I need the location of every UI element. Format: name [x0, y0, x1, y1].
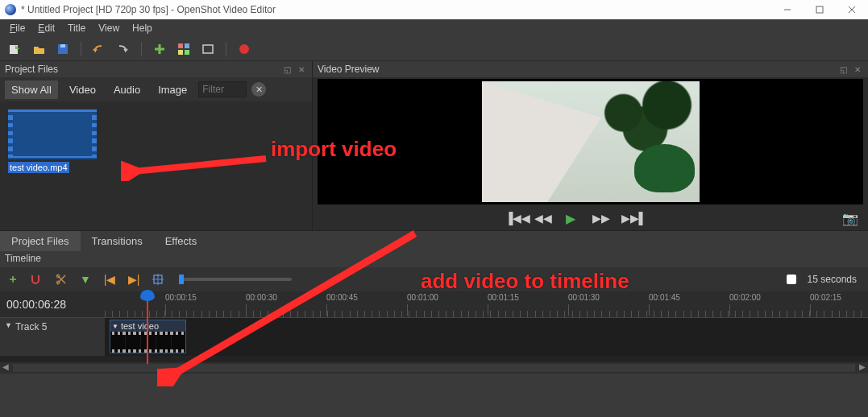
fast-forward-icon[interactable]: ▶▶	[592, 212, 607, 225]
tick-label: 00:01:45	[649, 293, 680, 302]
svg-rect-7	[60, 44, 65, 47]
minimize-button[interactable]	[771, 0, 804, 19]
snap-icon[interactable]	[29, 271, 45, 287]
import-files-icon[interactable]	[152, 41, 168, 57]
tick-label: 00:01:15	[488, 293, 519, 302]
playhead[interactable]	[147, 291, 148, 364]
new-project-icon[interactable]	[6, 41, 23, 57]
play-icon[interactable]: ▶	[563, 211, 578, 226]
panels-row: Project Files ◱ ✕ Show All Video Audio I…	[0, 61, 868, 230]
window-title: * Untitled Project [HD 720p 30 fps] - Op…	[21, 4, 771, 15]
filter-audio[interactable]: Audio	[107, 81, 147, 99]
zoom-slider-handle[interactable]	[179, 275, 184, 284]
next-marker-icon[interactable]: ▶|	[126, 271, 142, 287]
prev-marker-icon[interactable]: |◀	[102, 271, 118, 287]
project-files-panel: Project Files ◱ ✕ Show All Video Audio I…	[0, 61, 313, 230]
track-name: Track 5	[15, 321, 48, 332]
zoom-unit-label: 15 seconds	[808, 274, 857, 285]
menu-help[interactable]: Help	[126, 23, 159, 34]
center-playhead-icon[interactable]	[150, 271, 166, 287]
tick-label: 00:00:30	[246, 293, 277, 302]
maximize-button[interactable]	[804, 0, 836, 19]
project-files-title: Project Files	[5, 64, 58, 75]
timeline-header: Timeline	[0, 251, 868, 267]
tick-label: 00:02:00	[729, 293, 761, 302]
tab-effects[interactable]: Effects	[154, 231, 209, 251]
timeline-ruler[interactable]: 00:00:06:28 00:00:15 00:00:30 00:00:45 0…	[0, 291, 868, 317]
timeline-toolbar: ＋ ▼ |◀ ▶| 15 seconds	[0, 267, 868, 291]
preview-frame	[482, 81, 700, 202]
tab-transitions[interactable]: Transitions	[81, 231, 154, 251]
timeline-title: Timeline	[5, 253, 41, 264]
svg-rect-11	[185, 43, 189, 48]
close-button[interactable]	[836, 0, 868, 19]
scrollbar-track[interactable]	[13, 364, 855, 372]
save-project-icon[interactable]	[55, 41, 71, 57]
tick-label: 00:00:45	[326, 293, 358, 302]
main-toolbar	[0, 37, 868, 61]
project-files-header: Project Files ◱ ✕	[0, 61, 312, 77]
project-files-grid[interactable]: test video.mp4	[0, 101, 312, 230]
svg-point-15	[239, 44, 249, 54]
project-files-filter-row: Show All Video Audio Image ✕	[0, 77, 312, 101]
menu-view[interactable]: View	[92, 23, 126, 34]
rewind-icon[interactable]: ◀◀	[534, 212, 549, 225]
add-marker-icon[interactable]: ▼	[77, 271, 93, 287]
undock-preview-icon[interactable]: ◱	[837, 64, 849, 75]
menu-title[interactable]: Title	[61, 23, 92, 34]
ruler-subticks	[105, 311, 868, 317]
track-body[interactable]: ▼ test video	[105, 318, 868, 356]
file-item[interactable]: test video.mp4	[8, 109, 97, 174]
clear-filter-icon[interactable]: ✕	[251, 82, 266, 97]
chevron-down-icon[interactable]: ▼	[5, 321, 12, 329]
close-preview-icon[interactable]: ✕	[852, 64, 863, 75]
open-project-icon[interactable]	[31, 41, 47, 57]
snapshot-icon[interactable]: 📷	[842, 211, 858, 226]
undo-icon[interactable]	[91, 41, 107, 57]
scroll-right-icon[interactable]: ▶	[857, 362, 868, 374]
tick-label: 00:01:00	[407, 293, 438, 302]
video-preview-viewport	[318, 79, 863, 204]
tracks-area[interactable]: ▼ Track 5 ▼ test video	[0, 317, 868, 362]
tab-project-files[interactable]: Project Files	[0, 231, 81, 251]
filter-video[interactable]: Video	[63, 81, 102, 99]
clip-name: test video	[121, 321, 159, 331]
redo-icon[interactable]	[115, 41, 131, 57]
menu-edit[interactable]: Edit	[31, 23, 61, 34]
zoom-slider[interactable]	[179, 278, 292, 281]
playback-controls: ▐◀◀ ◀◀ ▶ ▶▶ ▶▶▌ 📷	[313, 206, 868, 230]
svg-rect-10	[178, 43, 183, 48]
menubar: File Edit Title View Help	[0, 19, 868, 37]
undock-icon[interactable]: ◱	[281, 64, 293, 75]
filter-show-all[interactable]: Show All	[5, 81, 58, 99]
timeline-body: 00:00:06:28 00:00:15 00:00:30 00:00:45 0…	[0, 291, 868, 362]
razor-icon[interactable]	[53, 271, 69, 287]
left-panel-tabs: Project Files Transitions Effects	[0, 230, 868, 251]
svg-rect-13	[185, 50, 189, 55]
app-icon	[5, 4, 16, 15]
scroll-left-icon[interactable]: ◀	[0, 362, 11, 374]
close-panel-icon[interactable]: ✕	[296, 64, 307, 75]
file-name: test video.mp4	[8, 162, 69, 173]
track-row: ▼ Track 5 ▼ test video	[0, 317, 868, 356]
zoom-unit-checkbox[interactable]	[787, 275, 796, 284]
jump-end-icon[interactable]: ▶▶▌	[621, 212, 636, 225]
chevron-down-icon[interactable]: ▼	[112, 323, 118, 330]
video-preview-title: Video Preview	[318, 64, 380, 75]
titlebar: * Untitled Project [HD 720p 30 fps] - Op…	[0, 0, 868, 19]
tick-label: 00:01:30	[568, 293, 600, 302]
add-track-icon[interactable]: ＋	[5, 271, 21, 287]
choose-profile-icon[interactable]	[176, 41, 192, 57]
video-preview-header: Video Preview ◱ ✕	[313, 61, 868, 77]
fullscreen-icon[interactable]	[200, 41, 216, 57]
jump-start-icon[interactable]: ▐◀◀	[505, 212, 520, 225]
filter-image[interactable]: Image	[152, 81, 193, 99]
menu-file[interactable]: File	[3, 23, 31, 34]
track-label[interactable]: ▼ Track 5	[0, 318, 105, 356]
export-video-icon[interactable]	[236, 41, 252, 57]
svg-rect-14	[203, 45, 213, 53]
timeline-scrollbar[interactable]: ◀ ▶	[0, 362, 868, 374]
svg-rect-1	[816, 6, 823, 13]
filter-input[interactable]	[198, 81, 247, 97]
video-preview-panel: Video Preview ◱ ✕ ▐◀◀ ◀◀ ▶ ▶▶ ▶▶▌ 📷	[313, 61, 868, 230]
